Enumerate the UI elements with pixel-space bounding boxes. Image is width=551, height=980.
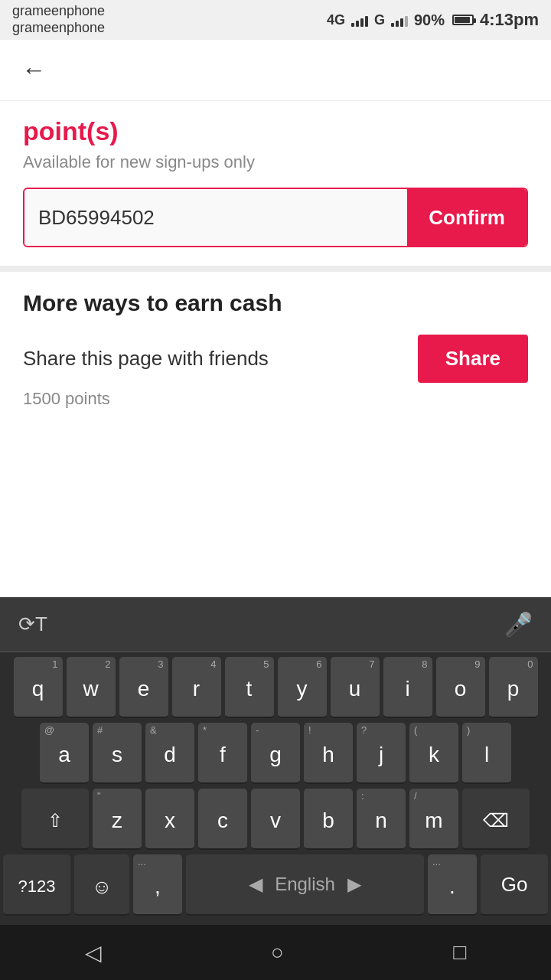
- top-bar: ←: [0, 40, 551, 101]
- key-v[interactable]: v: [251, 789, 300, 850]
- key-emoji[interactable]: ☺: [74, 854, 129, 916]
- main-content: point(s) Available for new sign-ups only…: [0, 101, 551, 424]
- keyboard-toolbar: ⟳T 🎤: [0, 597, 551, 652]
- space-left-arrow: ◀: [249, 874, 262, 895]
- key-z[interactable]: "z: [93, 789, 142, 850]
- section-title: More ways to earn cash: [23, 290, 528, 316]
- points-label: point(s): [23, 116, 528, 146]
- key-a[interactable]: @a: [40, 723, 89, 784]
- key-m[interactable]: /m: [409, 789, 458, 850]
- space-label: English: [275, 874, 335, 895]
- translate-icon[interactable]: ⟳T: [18, 612, 47, 636]
- keyboard-rows: 1q 2w 3e 4r 5t 6y 7u 8i 9o 0p @a #s &d *…: [0, 652, 551, 925]
- key-b[interactable]: b: [304, 789, 353, 850]
- key-comma[interactable]: ... ,: [133, 854, 182, 916]
- key-j[interactable]: ?j: [357, 723, 406, 784]
- share-row: Share this page with friends Share: [23, 335, 528, 383]
- key-space[interactable]: ◀ English ▶: [186, 854, 424, 916]
- key-d[interactable]: &d: [145, 723, 194, 784]
- nav-bar: ◁ ○ □: [0, 925, 551, 980]
- time: 4:13pm: [480, 10, 539, 30]
- key-x[interactable]: x: [145, 789, 194, 850]
- back-button[interactable]: ←: [15, 50, 52, 90]
- key-l[interactable]: )l: [462, 723, 511, 784]
- subtitle: Available for new sign-ups only: [23, 152, 528, 172]
- battery-percent: 90%: [414, 11, 445, 29]
- key-h[interactable]: !h: [304, 723, 353, 784]
- key-123[interactable]: ?123: [3, 854, 70, 916]
- nav-recent-button[interactable]: □: [453, 940, 466, 965]
- key-e[interactable]: 3e: [119, 657, 168, 718]
- key-p[interactable]: 0p: [489, 657, 538, 718]
- confirm-button[interactable]: Confirm: [407, 189, 527, 246]
- points-note: 1500 points: [23, 389, 528, 409]
- key-f[interactable]: *f: [198, 723, 247, 784]
- key-r[interactable]: 4r: [172, 657, 221, 718]
- battery-icon: [452, 15, 474, 25]
- carrier-name2: grameenphone: [12, 20, 105, 37]
- share-button[interactable]: Share: [418, 335, 528, 383]
- key-period[interactable]: ... .: [428, 854, 477, 916]
- nav-back-button[interactable]: ◁: [85, 940, 102, 965]
- key-g[interactable]: -g: [251, 723, 300, 784]
- keyboard-row-4: ?123 ☺ ... , ◀ English ▶ ... . Go: [3, 854, 548, 916]
- keyboard: ⟳T 🎤 1q 2w 3e 4r 5t 6y 7u 8i 9o 0p @a #s…: [0, 597, 551, 925]
- signal-icon2: [391, 13, 408, 27]
- share-text: Share this page with friends: [23, 347, 418, 371]
- key-s[interactable]: #s: [93, 723, 142, 784]
- carrier-info: grameenphone grameenphone: [12, 3, 105, 36]
- key-k[interactable]: (k: [409, 723, 458, 784]
- key-n[interactable]: :n: [357, 789, 406, 850]
- key-go[interactable]: Go: [481, 854, 548, 916]
- key-w[interactable]: 2w: [67, 657, 116, 718]
- space-right-arrow: ▶: [347, 874, 361, 895]
- key-i[interactable]: 8i: [383, 657, 432, 718]
- nav-home-button[interactable]: ○: [271, 940, 284, 965]
- signal-icon: [351, 13, 368, 27]
- key-c[interactable]: c: [198, 789, 247, 850]
- key-u[interactable]: 7u: [331, 657, 380, 718]
- mic-icon[interactable]: 🎤: [504, 611, 533, 638]
- go-label: Go: [501, 873, 528, 897]
- network-type2: G: [374, 12, 385, 28]
- key-shift[interactable]: ⇧: [21, 789, 89, 850]
- status-bar: grameenphone grameenphone 4G G 90% 4:13p…: [0, 0, 551, 40]
- carrier-name: grameenphone: [12, 3, 105, 20]
- status-right: 4G G 90% 4:13pm: [327, 10, 539, 30]
- key-t[interactable]: 5t: [225, 657, 274, 718]
- key-q[interactable]: 1q: [14, 657, 63, 718]
- promo-code-input[interactable]: [24, 191, 407, 245]
- network-type: 4G: [327, 12, 345, 28]
- key-y[interactable]: 6y: [278, 657, 327, 718]
- section-divider: [0, 266, 551, 272]
- keyboard-row-2: @a #s &d *f -g !h ?j (k )l: [3, 723, 548, 784]
- keyboard-row-1: 1q 2w 3e 4r 5t 6y 7u 8i 9o 0p: [3, 657, 548, 718]
- promo-input-row: Confirm: [23, 188, 528, 247]
- key-backspace[interactable]: ⌫: [462, 789, 530, 850]
- keyboard-row-3: ⇧ "z x c v b :n /m ⌫: [3, 789, 548, 850]
- key-o[interactable]: 9o: [436, 657, 485, 718]
